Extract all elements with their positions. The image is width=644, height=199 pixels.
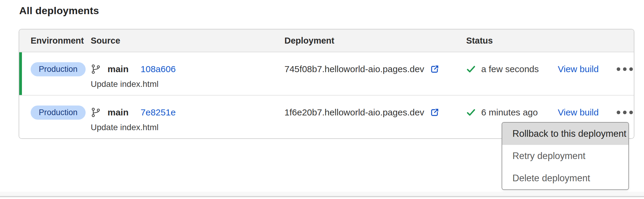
ellipsis-icon[interactable] [615, 108, 634, 117]
deployments-page: { "page": { "title": "All deployments" }… [0, 0, 644, 199]
status-cell: 6 minutes ago [466, 105, 558, 120]
commit-message: Update index.html [91, 123, 284, 132]
status-time: a few seconds [481, 64, 539, 74]
deployment-cell: 1f6e20b7.helloworld-aio.pages.dev [284, 105, 466, 120]
deployment-url: 745f08b7.helloworld-aio.pages.dev [284, 64, 424, 74]
source-cell: main 108a606 Update index.html [91, 61, 284, 89]
column-header-deployment: Deployment [284, 36, 466, 46]
ellipsis-icon[interactable] [615, 64, 634, 74]
view-build-link[interactable]: View build [558, 64, 599, 74]
view-build-cell: View build [558, 105, 615, 120]
check-icon [466, 108, 476, 117]
environment-badge: Production [31, 106, 86, 120]
deployment-context-menu: Rollback to this deployment Retry deploy… [502, 122, 629, 190]
source-cell: main 7e8251e Update index.html [91, 105, 284, 132]
page-title: All deployments [19, 5, 99, 17]
external-link-icon[interactable] [430, 108, 439, 118]
menu-item-delete[interactable]: Delete deployment [502, 167, 628, 189]
git-branch-icon [91, 64, 101, 74]
environment-badge: Production [31, 62, 86, 76]
view-build-link[interactable]: View build [558, 107, 599, 118]
commit-link[interactable]: 108a606 [141, 64, 176, 74]
deployment-cell: 745f08b7.helloworld-aio.pages.dev [284, 61, 466, 77]
page-bottom-divider [0, 196, 644, 197]
status-time: 6 minutes ago [481, 107, 538, 118]
table-row: Production main 108a606 Update index.htm… [19, 52, 634, 96]
column-header-source: Source [91, 36, 284, 46]
column-header-environment: Environment [31, 36, 91, 46]
current-deployment-indicator [19, 52, 22, 95]
environment-cell: Production [31, 105, 91, 120]
row-menu-cell [615, 61, 634, 77]
page-bottom-strip [0, 192, 644, 196]
check-icon [466, 64, 476, 74]
branch-name: main [108, 107, 129, 118]
deployment-url: 1f6e20b7.helloworld-aio.pages.dev [284, 107, 424, 118]
environment-cell: Production [31, 61, 91, 77]
menu-item-retry[interactable]: Retry deployment [502, 145, 628, 167]
table-header-row: Environment Source Deployment Status [19, 29, 634, 52]
branch-name: main [108, 64, 129, 74]
view-build-cell: View build [558, 61, 615, 77]
commit-link[interactable]: 7e8251e [141, 107, 176, 118]
column-header-status: Status [466, 36, 558, 46]
external-link-icon[interactable] [430, 64, 439, 74]
commit-message: Update index.html [91, 79, 284, 89]
row-menu-cell [615, 105, 634, 120]
menu-item-rollback[interactable]: Rollback to this deployment [502, 123, 628, 145]
git-branch-icon [91, 107, 101, 118]
status-cell: a few seconds [466, 61, 558, 77]
